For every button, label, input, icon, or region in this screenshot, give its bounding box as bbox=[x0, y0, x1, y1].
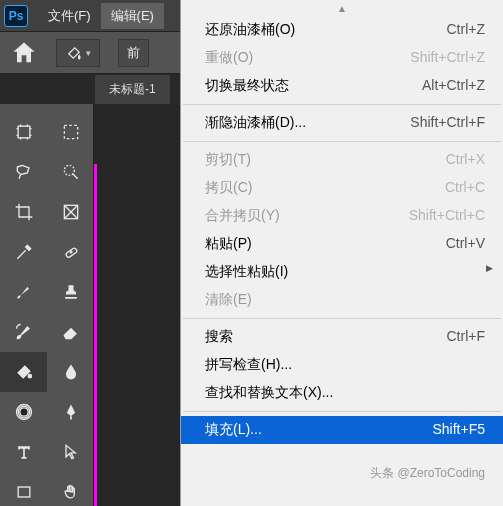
tool-crop[interactable] bbox=[0, 192, 47, 232]
tool-frame[interactable] bbox=[47, 192, 94, 232]
menu-paste-special[interactable]: 选择性粘贴(I) bbox=[181, 258, 503, 286]
menu-clear-label: 清除(E) bbox=[205, 291, 252, 309]
svg-point-5 bbox=[28, 375, 31, 378]
menu-undo-shortcut: Ctrl+Z bbox=[447, 21, 486, 39]
svg-point-6 bbox=[19, 408, 27, 416]
home-icon[interactable] bbox=[10, 39, 38, 67]
menu-paste[interactable]: 粘贴(P) Ctrl+V bbox=[181, 230, 503, 258]
menu-fill-shortcut: Shift+F5 bbox=[432, 421, 485, 439]
menu-copy-shortcut: Ctrl+C bbox=[445, 179, 485, 197]
svg-rect-9 bbox=[18, 487, 30, 497]
menu-cut: 剪切(T) Ctrl+X bbox=[181, 146, 503, 174]
menu-paste-shortcut: Ctrl+V bbox=[446, 235, 485, 253]
menu-redo: 重做(O) Shift+Ctrl+Z bbox=[181, 44, 503, 72]
menu-copy-merged: 合并拷贝(Y) Shift+Ctrl+C bbox=[181, 202, 503, 230]
tool-artboard[interactable] bbox=[0, 112, 47, 152]
tool-path-select[interactable] bbox=[47, 432, 94, 472]
svg-rect-0 bbox=[18, 126, 30, 138]
menu-find-replace[interactable]: 查找和替换文本(X)... bbox=[181, 379, 503, 407]
menu-redo-shortcut: Shift+Ctrl+Z bbox=[410, 49, 485, 67]
svg-rect-1 bbox=[64, 125, 77, 138]
tool-hand[interactable] bbox=[47, 472, 94, 506]
tool-heal[interactable] bbox=[47, 232, 94, 272]
tool-blur[interactable] bbox=[47, 352, 94, 392]
tool-history-brush[interactable] bbox=[0, 312, 47, 352]
menu-copy-merged-label: 合并拷贝(Y) bbox=[205, 207, 280, 225]
selection-edge bbox=[94, 164, 97, 506]
menu-toggle-shortcut: Alt+Ctrl+Z bbox=[422, 77, 485, 95]
menu-fade-shortcut: Shift+Ctrl+F bbox=[410, 114, 485, 132]
scroll-up-icon[interactable]: ▲ bbox=[181, 0, 503, 16]
tool-rectangle[interactable] bbox=[0, 472, 47, 506]
menu-toggle-label: 切换最终状态 bbox=[205, 77, 289, 95]
menu-fade-label: 渐隐油漆桶(D)... bbox=[205, 114, 306, 132]
app-logo: Ps bbox=[4, 5, 28, 27]
document-tab[interactable]: 未标题-1 bbox=[95, 75, 170, 104]
menu-search-label: 搜索 bbox=[205, 328, 233, 346]
menu-copy: 拷贝(C) Ctrl+C bbox=[181, 174, 503, 202]
tool-dodge[interactable] bbox=[0, 392, 47, 432]
menu-undo-label: 还原油漆桶(O) bbox=[205, 21, 295, 39]
tool-pen[interactable] bbox=[47, 392, 94, 432]
menu-edit[interactable]: 编辑(E) bbox=[101, 3, 164, 29]
tool-eyedropper[interactable] bbox=[0, 232, 47, 272]
tool-brush[interactable] bbox=[0, 272, 47, 312]
tool-bucket[interactable] bbox=[0, 352, 47, 392]
tool-lasso[interactable] bbox=[0, 152, 47, 192]
menu-paste-special-label: 选择性粘贴(I) bbox=[205, 263, 288, 281]
tool-quick-select[interactable] bbox=[47, 152, 94, 192]
edit-dropdown: ▲ 还原油漆桶(O) Ctrl+Z 重做(O) Shift+Ctrl+Z 切换最… bbox=[180, 0, 503, 506]
menu-clear: 清除(E) bbox=[181, 286, 503, 314]
menu-spellcheck[interactable]: 拼写检查(H)... bbox=[181, 351, 503, 379]
tool-preset-dropdown[interactable]: ▾ bbox=[56, 39, 100, 67]
menu-undo[interactable]: 还原油漆桶(O) Ctrl+Z bbox=[181, 16, 503, 44]
menu-separator bbox=[183, 141, 501, 142]
menu-copy-merged-shortcut: Shift+Ctrl+C bbox=[409, 207, 485, 225]
menu-cut-label: 剪切(T) bbox=[205, 151, 251, 169]
foreground-button[interactable]: 前 bbox=[118, 39, 149, 67]
menu-spellcheck-label: 拼写检查(H)... bbox=[205, 356, 292, 374]
tool-eraser[interactable] bbox=[47, 312, 94, 352]
tools-panel bbox=[0, 104, 94, 506]
tool-type[interactable] bbox=[0, 432, 47, 472]
chevron-down-icon: ▾ bbox=[86, 48, 91, 58]
menu-separator bbox=[183, 318, 501, 319]
menu-search-shortcut: Ctrl+F bbox=[447, 328, 486, 346]
menu-separator bbox=[183, 104, 501, 105]
menu-fill[interactable]: 填充(L)... Shift+F5 bbox=[181, 416, 503, 444]
menu-toggle-state[interactable]: 切换最终状态 Alt+Ctrl+Z bbox=[181, 72, 503, 100]
menu-separator bbox=[183, 411, 501, 412]
menu-paste-label: 粘贴(P) bbox=[205, 235, 252, 253]
menu-copy-label: 拷贝(C) bbox=[205, 179, 252, 197]
menu-find-replace-label: 查找和替换文本(X)... bbox=[205, 384, 333, 402]
menu-file[interactable]: 文件(F) bbox=[38, 3, 101, 29]
menu-fade[interactable]: 渐隐油漆桶(D)... Shift+Ctrl+F bbox=[181, 109, 503, 137]
menu-redo-label: 重做(O) bbox=[205, 49, 253, 67]
menu-cut-shortcut: Ctrl+X bbox=[446, 151, 485, 169]
tool-marquee[interactable] bbox=[47, 112, 94, 152]
menu-search[interactable]: 搜索 Ctrl+F bbox=[181, 323, 503, 351]
menu-fill-label: 填充(L)... bbox=[205, 421, 262, 439]
tool-stamp[interactable] bbox=[47, 272, 94, 312]
